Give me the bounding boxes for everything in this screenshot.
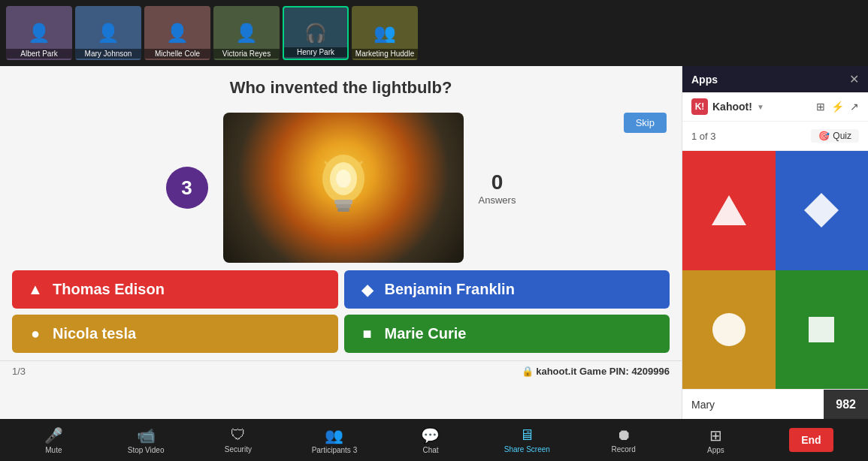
participant-name: Marketing Huddle bbox=[352, 49, 418, 59]
stop-video-button[interactable]: 📹 Stop Video bbox=[127, 426, 165, 454]
kahoot-app-name: Kahoot! bbox=[712, 101, 752, 113]
video-icon: 📹 bbox=[137, 426, 156, 444]
quiz-label: Quiz bbox=[833, 131, 851, 141]
progress-text: 1/3 bbox=[12, 366, 26, 377]
security-button[interactable]: 🛡 Security bbox=[219, 426, 257, 453]
participant-name: Albert Park bbox=[6, 49, 72, 59]
participant-name: Henry Park bbox=[284, 47, 347, 57]
answer-label-1: Thomas Edison bbox=[53, 281, 165, 298]
square-icon: ■ bbox=[359, 326, 376, 342]
participant-tile[interactable]: 👥 Marketing Huddle bbox=[352, 6, 418, 60]
answer-button-1[interactable]: ▲ Thomas Edison bbox=[12, 270, 338, 309]
answer-label-2: Benjamin Franklin bbox=[385, 281, 515, 298]
mute-button[interactable]: 🎤 Mute bbox=[35, 426, 72, 454]
participant-tile[interactable]: 👤 Victoria Reyes bbox=[213, 6, 280, 60]
sidebar-title: Apps bbox=[691, 74, 718, 86]
option-green bbox=[776, 270, 869, 390]
circle-shape bbox=[710, 311, 748, 348]
participants-label: Participants 3 bbox=[312, 446, 358, 454]
chat-label: Chat bbox=[422, 446, 438, 454]
triangle-icon: ▲ bbox=[27, 282, 44, 298]
mute-label: Mute bbox=[45, 446, 62, 454]
timer-value: 3 bbox=[181, 176, 192, 200]
quiz-icon: 🎯 bbox=[818, 131, 830, 141]
lock-icon: 🔒 bbox=[522, 366, 534, 377]
participant-tile[interactable]: 👤 Michelle Cole bbox=[144, 6, 210, 60]
participant-tile[interactable]: 👤 Mary Johnson bbox=[75, 6, 141, 60]
answers-box: 0 Answers bbox=[479, 170, 516, 206]
kahoot-logo: K! bbox=[691, 98, 708, 115]
security-icon: 🛡 bbox=[231, 426, 246, 444]
score-name: Mary bbox=[682, 399, 824, 411]
participant-name: Victoria Reyes bbox=[213, 49, 280, 59]
participant-name: Mary Johnson bbox=[75, 49, 141, 59]
participants-icon: 👥 bbox=[325, 426, 343, 444]
option-blue bbox=[776, 151, 869, 270]
media-row: 3 0 bbox=[0, 113, 682, 263]
pin-label: Game PIN: bbox=[579, 366, 629, 377]
score-row: Mary 982 bbox=[682, 389, 868, 419]
participants-button[interactable]: 👥 Participants 3 bbox=[312, 426, 358, 454]
participant-tile[interactable]: 👤 Albert Park bbox=[6, 6, 72, 60]
apps-button[interactable]: ⊞ Apps bbox=[697, 426, 734, 454]
question-image bbox=[223, 113, 464, 263]
chat-button[interactable]: 💬 Chat bbox=[412, 426, 449, 454]
top-bar: 👤 Albert Park 👤 Mary Johnson 👤 Michelle … bbox=[0, 0, 868, 66]
chat-icon: 💬 bbox=[421, 426, 440, 444]
svg-marker-10 bbox=[804, 193, 839, 227]
quiz-badge: 🎯 Quiz bbox=[811, 129, 859, 143]
timer-circle: 3 bbox=[166, 167, 208, 209]
share-screen-icon: 🖥 bbox=[519, 426, 534, 444]
answer-label-3: Nicola tesla bbox=[53, 325, 136, 342]
svg-marker-9 bbox=[712, 195, 746, 225]
kahoot-app-header: K! Kahoot! ▼ ⊞ ⚡ ↗ bbox=[682, 92, 868, 122]
answer-button-4[interactable]: ■ Marie Curie bbox=[344, 315, 670, 353]
skip-button[interactable]: Skip bbox=[624, 113, 667, 133]
answer-button-3[interactable]: ● Nicola tesla bbox=[12, 315, 338, 353]
answers-label: Answers bbox=[479, 194, 516, 206]
answers-count: 0 bbox=[491, 170, 504, 194]
main-area: Who invented the lightbulb? 3 bbox=[0, 66, 868, 419]
score-value: 982 bbox=[824, 390, 868, 419]
apps-label: Apps bbox=[707, 446, 724, 454]
square-shape bbox=[803, 311, 840, 348]
stop-video-label: Stop Video bbox=[128, 446, 165, 454]
external-link-icon[interactable]: ↗ bbox=[850, 101, 859, 113]
mute-icon: 🎤 bbox=[44, 426, 63, 444]
filter-icon[interactable]: ⚡ bbox=[831, 101, 844, 113]
end-button[interactable]: End bbox=[789, 428, 833, 452]
svg-point-2 bbox=[336, 170, 351, 188]
svg-rect-5 bbox=[337, 208, 349, 212]
answer-options-panel bbox=[682, 151, 868, 389]
participant-tile-active[interactable]: 🎧 Henry Park bbox=[283, 6, 349, 60]
answer-button-2[interactable]: ◆ Benjamin Franklin bbox=[344, 270, 670, 309]
participant-name: Michelle Cole bbox=[144, 49, 210, 59]
share-screen-label: Share Screen bbox=[504, 445, 550, 453]
svg-rect-4 bbox=[336, 204, 351, 208]
circle-icon: ● bbox=[27, 326, 44, 342]
option-yellow bbox=[682, 270, 776, 390]
bottom-toolbar: 🎤 Mute 📹 Stop Video 🛡 Security 👥 Partici… bbox=[0, 419, 868, 461]
diamond-icon: ◆ bbox=[359, 282, 376, 298]
pin-value: 4209996 bbox=[631, 366, 670, 377]
option-red bbox=[682, 151, 776, 270]
triangle-shape bbox=[710, 191, 748, 229]
close-button[interactable]: ✕ bbox=[849, 72, 859, 86]
kahoot-panel: Who invented the lightbulb? 3 bbox=[0, 66, 682, 419]
question-area: Who invented the lightbulb? bbox=[0, 66, 682, 113]
quiz-progress: 1 of 3 🎯 Quiz bbox=[682, 122, 868, 151]
sidebar-icons: ⊞ ⚡ ↗ bbox=[816, 101, 859, 113]
apps-icon: ⊞ bbox=[709, 426, 722, 444]
dropdown-icon: ▼ bbox=[757, 103, 764, 111]
svg-rect-12 bbox=[809, 317, 834, 342]
kahoot-footer: 1/3 🔒 kahoot.it Game PIN: 4209996 bbox=[0, 360, 682, 381]
svg-point-11 bbox=[712, 313, 746, 346]
share-screen-button[interactable]: 🖥 Share Screen bbox=[504, 426, 550, 453]
expand-icon[interactable]: ⊞ bbox=[816, 101, 825, 113]
record-label: Record bbox=[612, 445, 636, 453]
answers-grid: ▲ Thomas Edison ◆ Benjamin Franklin ● Ni… bbox=[0, 263, 682, 360]
record-button[interactable]: ⏺ Record bbox=[605, 426, 643, 453]
sidebar-header: Apps ✕ bbox=[682, 66, 868, 92]
diamond-shape bbox=[803, 191, 840, 229]
security-label: Security bbox=[225, 445, 252, 453]
